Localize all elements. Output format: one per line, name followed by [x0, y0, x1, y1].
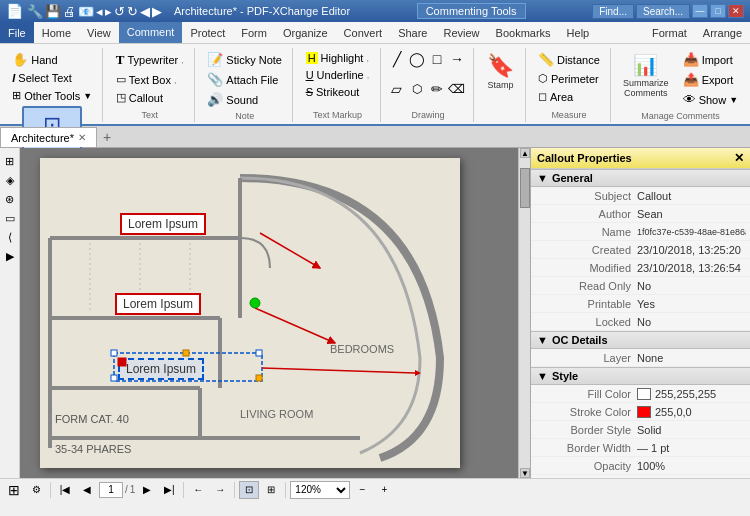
prop-readonly-value: No [637, 280, 651, 292]
callout-1[interactable]: Lorem Ipsum [120, 213, 206, 235]
find-btn[interactable]: Find... [592, 4, 634, 19]
menu-bookmarks[interactable]: Bookmarks [488, 22, 559, 43]
separator-1 [50, 482, 51, 498]
new-tab-btn[interactable]: + [97, 127, 117, 147]
menu-protect[interactable]: Protect [182, 22, 233, 43]
minimize-btn[interactable]: — [692, 4, 708, 18]
prop-border-style: Border Style Solid [531, 421, 750, 439]
left-tool-1[interactable]: ⊞ [1, 152, 19, 170]
menu-view[interactable]: View [79, 22, 119, 43]
poly-tool-btn[interactable]: ▱ [388, 80, 406, 98]
line-tool-btn[interactable]: ╱ [388, 50, 406, 68]
menu-form[interactable]: Form [233, 22, 275, 43]
summarize-btn[interactable]: 📊 SummarizeComments [618, 50, 674, 101]
strikeout-btn[interactable]: S Strikeout [301, 84, 365, 100]
show-btn[interactable]: 👁 Show ▼ [678, 90, 743, 109]
title-bar-left: 📄 🔧 💾 🖨 📧 ◂ ▸ ↺ ↻ ◀ ▶ Architecture* - PD… [6, 3, 350, 19]
menu-convert[interactable]: Convert [336, 22, 391, 43]
menu-share[interactable]: Share [390, 22, 435, 43]
view-mode-btn-1[interactable]: ⊡ [239, 481, 259, 499]
prop-created: Created 23/10/2018, 13:25:20 [531, 241, 750, 259]
highlight-btn[interactable]: H Highlight , [301, 50, 374, 66]
vertical-scrollbar[interactable]: ▲ ▼ [518, 148, 530, 478]
settings-btn[interactable]: ⚙ [26, 481, 46, 499]
prev-page-btn[interactable]: ◀ [77, 481, 97, 499]
last-page-btn[interactable]: ▶| [159, 481, 179, 499]
left-tool-3[interactable]: ⊛ [1, 190, 19, 208]
area-btn[interactable]: ◻ Area [533, 88, 578, 105]
oval-tool-btn[interactable]: ◯ [408, 50, 426, 68]
arrow-tool-btn[interactable]: → [448, 50, 466, 68]
perimeter-btn[interactable]: ⬡ Perimeter [533, 70, 604, 87]
ribbon-group-stamp: 🔖 Stamp [476, 48, 525, 122]
fill-color-swatch[interactable] [637, 388, 651, 400]
stamp-btn[interactable]: 🔖 Stamp [482, 50, 519, 93]
props-close-btn[interactable]: ✕ [734, 151, 744, 165]
blend-color-swatch[interactable] [637, 478, 651, 479]
tab-close-btn[interactable]: ✕ [78, 132, 86, 143]
close-btn[interactable]: ✕ [728, 4, 744, 18]
pencil-tool-btn[interactable]: ✏ [428, 80, 446, 98]
callout-btn[interactable]: ◳ Callout [111, 89, 168, 106]
commenting-tools-label: Commenting Tools [417, 3, 526, 19]
hand-btn[interactable]: ✋ Hand [7, 50, 62, 69]
menu-home[interactable]: Home [34, 22, 79, 43]
other-tools-btn[interactable]: ⊞ File Other Tools ▼ [7, 87, 97, 104]
import-btn[interactable]: 📥 Import [678, 50, 743, 69]
page-number-input[interactable] [99, 482, 123, 498]
callout-2[interactable]: Lorem Ipsum [115, 293, 201, 315]
maximize-btn[interactable]: □ [710, 4, 726, 18]
textbox-btn[interactable]: ▭ Text Box , [111, 71, 182, 88]
prop-author: Author Sean [531, 205, 750, 223]
expand-panel-btn[interactable]: ⊞ [4, 481, 24, 499]
select-text-btn[interactable]: I Select Text [7, 70, 77, 86]
prop-fill-color: Fill Color 255,255,255 [531, 385, 750, 403]
menu-format[interactable]: Format [644, 22, 695, 43]
back-btn[interactable]: ← [188, 481, 208, 499]
left-tool-6[interactable]: ▶ [1, 247, 19, 265]
sound-btn[interactable]: 🔊 Sound [202, 90, 263, 109]
zoom-in-btn[interactable]: + [374, 481, 394, 499]
title-bar: 📄 🔧 💾 🖨 📧 ◂ ▸ ↺ ↻ ◀ ▶ Architecture* - PD… [0, 0, 750, 22]
expand-oc-icon: ▼ [537, 334, 548, 346]
forward-btn[interactable]: → [210, 481, 230, 499]
window-controls[interactable]: Find... Search... — □ ✕ [592, 4, 744, 19]
distance-btn[interactable]: 📏 Distance [533, 50, 605, 69]
underline-btn[interactable]: U Underline , [301, 67, 375, 83]
props-title: Callout Properties [537, 152, 632, 164]
doc-tab-architecture[interactable]: Architecture* ✕ [0, 127, 97, 147]
menu-help[interactable]: Help [559, 22, 598, 43]
search-btn[interactable]: Search... [636, 4, 690, 19]
app-icon: 📄 [6, 3, 23, 19]
pdf-page: BEDROOMS LIVING ROOM FORM CAT. 40 35-34 … [40, 158, 460, 468]
eraser-tool-btn[interactable]: ⌫ [448, 80, 466, 98]
view-mode-btn-2[interactable]: ⊞ [261, 481, 281, 499]
section-style-header[interactable]: ▼ Style [531, 367, 750, 385]
menu-arrange[interactable]: Arrange [695, 22, 750, 43]
cloud-tool-btn[interactable]: ⬡ [408, 80, 426, 98]
zoom-select[interactable]: 50% 75% 100% 120% 150% 200% [290, 481, 350, 499]
left-tool-2[interactable]: ◈ [1, 171, 19, 189]
callout-3-selected[interactable]: Lorem Ipsum [118, 358, 204, 380]
prop-locked-value: No [637, 316, 651, 328]
stickynote-btn[interactable]: 📝 Sticky Note [202, 50, 287, 69]
menu-file[interactable]: File [0, 22, 34, 43]
ribbon-group-markup: H Highlight , U Underline , S Strikeout … [295, 48, 380, 122]
section-oc-header[interactable]: ▼ OC Details [531, 331, 750, 349]
menu-comment[interactable]: Comment [119, 22, 183, 43]
stroke-color-swatch[interactable] [637, 406, 651, 418]
section-general-header[interactable]: ▼ General [531, 169, 750, 187]
attachfile-btn[interactable]: 📎 Attach File [202, 70, 283, 89]
zoom-out-btn[interactable]: − [352, 481, 372, 499]
separator-3 [234, 482, 235, 498]
next-page-btn[interactable]: ▶ [137, 481, 157, 499]
rect-tool-btn[interactable]: □ [428, 50, 446, 68]
menu-review[interactable]: Review [435, 22, 487, 43]
menu-organize[interactable]: Organize [275, 22, 336, 43]
export-btn[interactable]: 📤 Export [678, 70, 743, 89]
first-page-btn[interactable]: |◀ [55, 481, 75, 499]
left-tool-5[interactable]: ⟨ [1, 228, 19, 246]
typewriter-btn[interactable]: T Typewriter , [111, 50, 189, 70]
left-tool-4[interactable]: ▭ [1, 209, 19, 227]
ribbon-group-note: 📝 Sticky Note 📎 Attach File 🔊 Sound Note [197, 48, 293, 122]
